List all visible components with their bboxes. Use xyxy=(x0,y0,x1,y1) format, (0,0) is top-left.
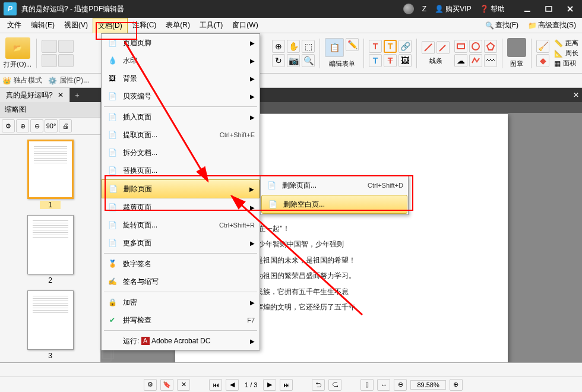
circle-icon[interactable] xyxy=(469,40,482,53)
sb-tool-zoom-out-icon[interactable]: ⊖ xyxy=(30,119,43,132)
zoom-level[interactable]: 89.58% xyxy=(410,380,445,390)
rotate-icon[interactable]: ↻ xyxy=(272,54,285,67)
thumbnail-1[interactable] xyxy=(27,140,74,199)
polygon-icon[interactable] xyxy=(484,40,497,53)
sb-tool-rotate-icon[interactable]: 90° xyxy=(45,119,58,132)
eraser2-icon[interactable]: ◆ xyxy=(536,54,549,67)
zoom-in-icon[interactable]: ⊕ xyxy=(272,40,285,53)
sb-zoom-in-icon[interactable]: ⊕ xyxy=(450,379,463,391)
document-tab[interactable]: 真的是好运吗? ✕ xyxy=(0,88,70,102)
sb-tool-options-icon[interactable]: ⚙ xyxy=(2,119,15,132)
dd-background[interactable]: 🖼背景▶ xyxy=(102,69,260,87)
sb-options-icon[interactable]: ⚙ xyxy=(144,379,157,391)
user-initial[interactable]: Z xyxy=(422,5,426,13)
link-icon[interactable]: 🔗 xyxy=(398,40,412,53)
sb-tool-zoom-in-icon[interactable]: ⊕ xyxy=(16,119,29,132)
search-button[interactable]: 🔍 查找(F) xyxy=(482,19,522,31)
polyline-icon[interactable] xyxy=(469,54,482,67)
tab-close-all-icon[interactable]: ✕ xyxy=(570,89,582,101)
text-t-icon[interactable]: T xyxy=(369,40,382,53)
text-strike-icon[interactable]: T xyxy=(384,54,397,67)
dd-spellcheck[interactable]: ✔拼写检查F7 xyxy=(102,311,260,329)
select-icon[interactable]: ⬚ xyxy=(302,40,315,53)
sb-tool-print-icon[interactable]: 🖨 xyxy=(59,119,72,132)
sb-forward-icon[interactable]: ⮎ xyxy=(328,379,341,391)
form-icon[interactable]: 📋 xyxy=(325,38,344,57)
sub-delete-page[interactable]: 📄删除页面...Ctrl+Shift+D xyxy=(261,176,408,194)
curve-icon[interactable]: 〰 xyxy=(484,54,497,67)
text-t3-icon[interactable]: T xyxy=(369,54,382,67)
dd-crop-page[interactable]: 📄裁剪页面▶ xyxy=(102,198,260,216)
menu-file[interactable]: 文件 xyxy=(2,18,26,33)
close-button[interactable] xyxy=(562,3,578,15)
area-icon[interactable]: ▦ xyxy=(554,59,561,68)
maximize-button[interactable] xyxy=(540,3,557,15)
menu-tool[interactable]: 工具(T) xyxy=(195,18,227,33)
sb-fit-page-icon[interactable]: ▯ xyxy=(360,379,374,391)
dd-more-pages[interactable]: 📄更多页面▶ xyxy=(102,234,260,252)
sb-bookmark-icon[interactable]: 🔖 xyxy=(160,379,173,391)
arrow-icon[interactable] xyxy=(436,41,450,54)
perimeter-icon[interactable]: 📐 xyxy=(554,49,563,58)
open-file-icon[interactable]: 📂 xyxy=(5,37,30,59)
minimize-button[interactable] xyxy=(519,3,536,15)
sb-next-page-icon[interactable]: ▶ xyxy=(263,379,276,391)
menu-edit[interactable]: 编辑(E) xyxy=(26,18,59,33)
sub-delete-blank[interactable]: 📄删除空白页... xyxy=(261,195,407,214)
thumbnails-panel[interactable]: 1 2 3 xyxy=(0,135,100,362)
thumbnail-2[interactable] xyxy=(27,215,74,274)
tool-icon[interactable] xyxy=(58,40,74,53)
menu-view[interactable]: 视图(V) xyxy=(59,18,93,33)
dd-encrypt[interactable]: 🔒加密▶ xyxy=(102,293,260,311)
exclusive-mode-button[interactable]: 👑独占模式 xyxy=(2,75,42,86)
menu-comment[interactable]: 注释(C) xyxy=(128,18,162,33)
pencil-icon[interactable]: ✏️ xyxy=(346,38,359,51)
sb-last-page-icon[interactable]: ⏭ xyxy=(280,379,293,391)
menu-window[interactable]: 窗口(W) xyxy=(227,18,262,33)
search-tool-icon[interactable]: 🔍 xyxy=(302,54,315,67)
eraser-icon[interactable]: 🧹 xyxy=(536,40,549,53)
adv-search-button[interactable]: 📁 高级查找(S) xyxy=(524,19,580,31)
tab-add-button[interactable]: ＋ xyxy=(70,88,84,102)
save-icon[interactable] xyxy=(42,40,57,53)
sb-back-icon[interactable]: ⮌ xyxy=(312,379,325,391)
dd-sign-initials[interactable]: ✍签名与缩写 xyxy=(102,273,260,290)
sb-prev-page-icon[interactable]: ◀ xyxy=(226,379,239,391)
dd-header-footer[interactable]: 📄页眉页脚▶ xyxy=(102,34,260,52)
thumbnail-3[interactable] xyxy=(27,290,74,350)
tab-close-icon[interactable]: ✕ xyxy=(58,91,64,99)
tool-icon[interactable] xyxy=(58,54,74,67)
dd-run-acrobat[interactable]: 运行: A Adobe Acrobat DC▶ xyxy=(102,332,260,350)
dd-bates[interactable]: 📄贝茨编号▶ xyxy=(102,87,260,105)
dd-replace-page[interactable]: 📄替换页面... xyxy=(102,162,260,179)
ruler-icon[interactable]: 📏 xyxy=(554,39,563,48)
cloud-icon[interactable]: ☁ xyxy=(454,54,467,67)
dd-digital-sign[interactable]: 🏅数字签名 xyxy=(102,255,260,273)
image-icon[interactable]: 🖼 xyxy=(398,54,412,67)
text-t2-icon[interactable]: T xyxy=(384,40,397,53)
line-icon[interactable] xyxy=(422,41,435,54)
print-icon[interactable] xyxy=(42,54,57,67)
dd-watermark[interactable]: 💧水印▶ xyxy=(102,52,260,69)
dd-extract-page[interactable]: 📄提取页面...Ctrl+Shift+E xyxy=(102,126,260,144)
sb-zoom-out-icon[interactable]: ⊖ xyxy=(394,379,407,391)
sb-first-page-icon[interactable]: ⏮ xyxy=(209,379,222,391)
page-position[interactable]: 1 / 3 xyxy=(242,381,260,388)
delete-blank-icon: 📄 xyxy=(267,198,279,210)
dd-delete-page[interactable]: 📄删除页面▶ xyxy=(102,179,260,198)
dd-split-doc[interactable]: 📄拆分文档... xyxy=(102,144,260,162)
sb-x-icon[interactable]: ✕ xyxy=(177,379,190,391)
globe-icon[interactable] xyxy=(403,4,414,14)
hand-icon[interactable]: ✋ xyxy=(287,40,300,53)
menu-document[interactable]: 文档(D) xyxy=(93,18,128,33)
stamp-icon[interactable] xyxy=(507,38,526,57)
help-button[interactable]: ❓ 帮助 xyxy=(480,4,505,14)
camera-icon[interactable]: 📷 xyxy=(287,54,300,67)
dd-rotate-page[interactable]: 📄旋转页面...Ctrl+Shift+R xyxy=(102,216,260,234)
props-button[interactable]: ⚙️属性(P)... xyxy=(48,75,89,86)
menu-form[interactable]: 表单(R) xyxy=(161,18,195,33)
buy-vip-button[interactable]: 👤 购买VIP xyxy=(435,4,472,14)
dd-insert-page[interactable]: 📄插入页面▶ xyxy=(102,108,260,126)
sb-fit-width-icon[interactable]: ↔ xyxy=(377,379,390,391)
rect-icon[interactable] xyxy=(454,40,467,53)
